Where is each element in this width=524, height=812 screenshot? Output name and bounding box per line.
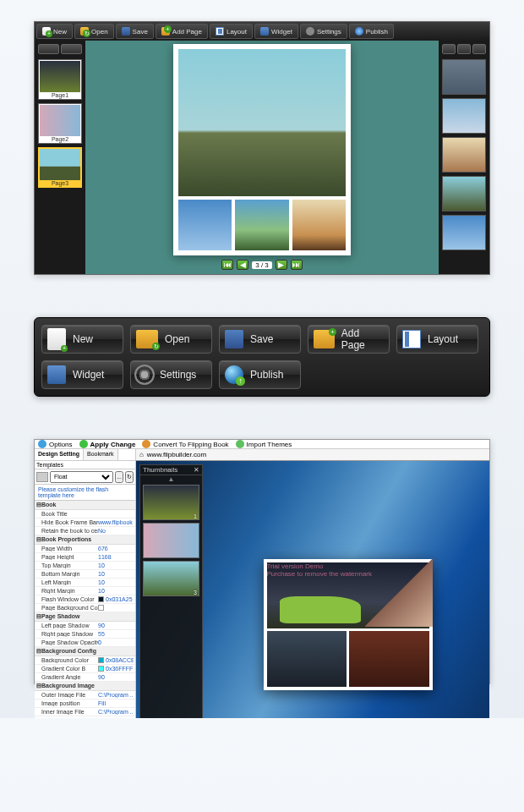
property-row[interactable]: Right Margin10 [35,587,135,595]
close-icon[interactable]: ✕ [194,466,199,474]
thumbnail-item[interactable] [143,523,199,558]
property-row[interactable]: Outer Image FileC:\Program ... [35,691,135,700]
apply-change-button[interactable]: Apply Change [79,440,136,448]
import-themes-button[interactable]: Import Themes [236,440,292,448]
property-grid[interactable]: ⊟BookBook TitleHide Book Frame Barwww.fl… [35,501,135,718]
scroll-up-button[interactable]: ▲ [140,475,202,482]
new-button[interactable]: New [41,325,123,354]
page-image[interactable] [235,200,288,250]
library-image[interactable] [442,215,486,250]
layout-icon [216,27,224,36]
property-group[interactable]: ⊟Background Config [35,647,135,656]
library-image[interactable] [442,59,486,95]
property-row[interactable]: Left Margin10 [35,579,135,587]
thumbnail-item[interactable]: 1 [143,485,199,520]
settings-button[interactable]: Settings [130,360,212,389]
template-browse-button[interactable]: ... [115,471,123,483]
editor-toolbar: New Open Save Add Page Layout Widget Set… [35,22,489,41]
property-row[interactable]: Page Shadow Opacity0 [35,639,135,647]
property-row[interactable]: Image positionFill [35,700,135,708]
property-group[interactable]: ⊟Book [35,501,135,510]
property-row[interactable]: Page Height1168 [35,553,135,562]
thumbnails-list: 1 3 [140,482,202,718]
add-page-button[interactable]: Add Page [308,325,390,354]
book-preview: Trial version Demo Purchase to remove th… [206,461,489,718]
widget-icon [47,365,66,384]
property-row[interactable]: Hide Book Frame Barwww.flipbook [35,518,135,527]
property-row[interactable]: Right page Shadow55 [35,630,135,639]
lib-header [442,44,486,56]
apply-icon [79,440,88,448]
property-row[interactable]: Left page Shadow90 [35,622,135,630]
thumbnail-item[interactable]: 3 [143,561,199,596]
property-row[interactable]: Top Margin10 [35,562,135,570]
thumb-label: Page1 [52,92,68,98]
add-page-icon [161,27,170,36]
book-image [349,631,429,686]
open-button[interactable]: Open [130,325,212,354]
open-icon [136,330,158,348]
page-thumbnail[interactable]: Page2 [38,103,82,144]
widget-button[interactable]: Widget [254,24,298,39]
publish-button[interactable]: Publish [219,360,301,389]
page-image[interactable] [292,200,346,250]
property-row[interactable]: Gradient Angle90 [35,673,135,682]
save-button[interactable]: Save [116,24,154,39]
options-button[interactable]: Options [38,440,73,448]
library-image[interactable] [442,176,486,211]
property-group[interactable]: ⊟Book Proportions [35,535,135,545]
settings-button[interactable]: Settings [300,24,347,39]
btn-label: Open [165,333,189,345]
canvas-page[interactable] [173,44,351,255]
tab-bookmark[interactable]: Bookmark [84,449,118,460]
home-icon[interactable]: ⌂ [139,451,144,458]
tab-design-setting[interactable]: Design Setting [35,449,84,460]
property-row[interactable]: Gradient Color B0x36FFFF [35,665,135,673]
layout-button[interactable]: Layout [396,325,478,354]
property-row[interactable]: Book Title [35,510,135,518]
library-image[interactable] [442,137,486,173]
new-icon [42,27,51,36]
property-row[interactable]: Page Background Color [35,604,135,612]
widget-icon [260,27,269,36]
add-page-button[interactable]: Add Page [156,24,208,39]
open-button[interactable]: Open [74,24,114,39]
prev-page-button[interactable]: ◀ [237,260,248,270]
template-refresh-button[interactable]: ↻ [125,471,134,483]
property-row[interactable]: Page Width676 [35,545,135,553]
save-icon [122,27,130,36]
page-navigator: ⏮ ◀ 3 / 3 ▶ ⏭ [221,259,303,271]
btn-label: Widget [73,369,104,381]
widget-button[interactable]: Widget [41,360,123,389]
flipbook-page[interactable]: Trial version Demo Purchase to remove th… [264,559,433,690]
last-page-button[interactable]: ⏭ [291,260,303,270]
library-image[interactable] [442,98,486,134]
property-group[interactable]: ⊟Page Shadow [35,612,135,622]
first-page-button[interactable]: ⏮ [221,260,233,270]
page-image[interactable] [178,200,232,250]
property-row[interactable]: Flash Window Color0x031A25 [35,595,135,604]
property-row[interactable]: Background Color0x08ACCE [35,656,135,665]
page-curl[interactable] [365,559,433,627]
publish-icon [355,27,363,36]
publish-button[interactable]: Publish [349,24,394,39]
btn-label: Publish [250,369,283,381]
page-thumbnail[interactable]: Page1 [38,59,82,100]
btn-label: Open [91,28,108,36]
new-button[interactable]: New [36,24,73,39]
page-thumbnail-selected[interactable]: Page3 [38,147,82,188]
layout-button[interactable]: Layout [210,24,253,39]
convert-button[interactable]: Convert To Flipping Book [142,440,228,448]
template-select[interactable]: Float [50,471,113,483]
property-group[interactable]: ⊟Background Image [35,682,135,691]
property-row[interactable]: Inner Image FileC:\Program ... [35,708,135,716]
hero-image[interactable] [178,49,346,196]
property-row[interactable]: Image positionFill [35,716,135,718]
thumbnails-panel: Thumbnails ✕ ▲ 1 3 ▼ [139,464,203,718]
property-row[interactable]: Retain the book to centerNo [35,527,135,535]
property-row[interactable]: Bottom Margin10 [35,570,135,579]
save-button[interactable]: Save [219,325,301,354]
next-page-button[interactable]: ▶ [276,260,287,270]
thumb-label: Page2 [52,136,68,142]
btn-label: Layout [428,333,458,345]
